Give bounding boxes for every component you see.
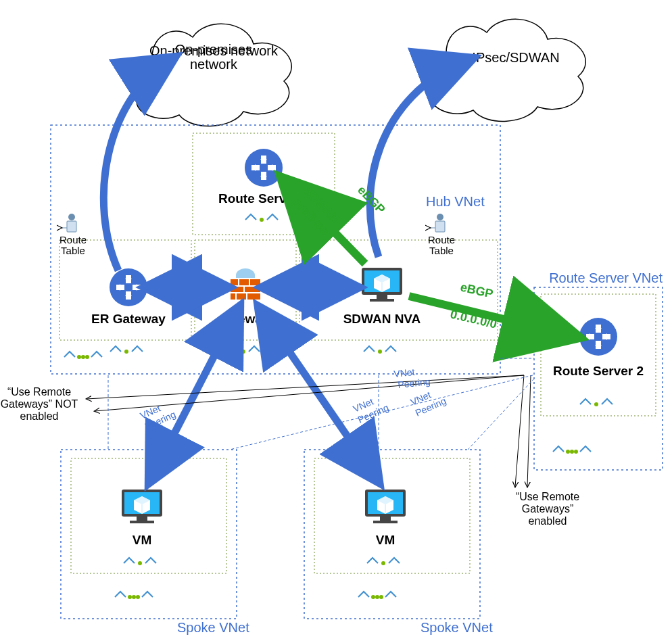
route-table-left-label2: Table xyxy=(61,245,85,256)
rs-vnet-icon xyxy=(553,446,591,454)
spoke-right-title: Spoke VNet xyxy=(421,620,493,635)
sdwan-nva-icon xyxy=(362,268,402,302)
callout-left-l2: Gateways” NOT xyxy=(1,398,78,410)
rs2-subnet-icon xyxy=(580,399,613,406)
callout-right-l2: Gateways” xyxy=(522,503,573,515)
sdwan-subnet-icon xyxy=(364,346,396,354)
vm-left-icon xyxy=(122,490,162,523)
spoke-left-subnet-icon xyxy=(124,558,156,565)
arrow-callout-right-1 xyxy=(515,375,524,487)
callout-left-l3: enabled xyxy=(20,410,59,422)
rs-vnet-title: Route Server VNet xyxy=(549,270,663,285)
er-gateway-icon xyxy=(110,268,147,306)
route-server-2-label: Route Server 2 xyxy=(553,364,644,378)
rs-vnet-box xyxy=(534,287,663,470)
route-table-left-label1: Route xyxy=(59,234,87,245)
sdwan-nva-label: SDWAN NVA xyxy=(343,312,421,326)
spoke-right-subnet-icon xyxy=(367,558,400,565)
spoke-left-vnet-icon xyxy=(115,592,153,599)
hub-vnet-icon xyxy=(64,352,102,359)
rs1-subnet-icon xyxy=(245,214,278,222)
route-table-left-icon xyxy=(62,214,76,232)
route-server-1-icon xyxy=(245,149,283,187)
callout-left-l1: “Use Remote xyxy=(7,386,71,398)
vm-right-label: VM xyxy=(376,533,395,547)
ebgp-right-label: eBGP xyxy=(459,280,494,301)
firewall-icon xyxy=(231,268,260,300)
hub-vnet-title: Hub VNet xyxy=(426,194,485,209)
firewall-subnet-icon xyxy=(227,346,260,354)
spoke-left-title: Spoke VNet xyxy=(177,620,249,635)
cloud-onprem-label-line1: On-premises xyxy=(175,42,252,57)
diagram-canvas: On-premises network On-premises network … xyxy=(0,0,672,643)
er-gateway-label: ER Gateway xyxy=(91,312,166,326)
spoke-right-vnet-icon xyxy=(358,592,396,599)
callout-right-l3: enabled xyxy=(529,515,567,527)
cloud-ipsec-label: IPsec/SDWAN xyxy=(472,50,559,65)
er-subnet-icon xyxy=(110,346,143,354)
peering-rs-spokeright xyxy=(468,379,534,450)
route-server-2-icon xyxy=(579,318,617,356)
cloud-onprem-label-line2: network xyxy=(190,57,238,72)
route-table-right-label1: Route xyxy=(428,234,455,245)
vm-left-label: VM xyxy=(133,533,152,547)
arrow-firewall-spokeright xyxy=(262,312,375,477)
vm-right-icon xyxy=(365,490,406,523)
route-table-right-icon xyxy=(430,214,445,232)
callout-right-l1: “Use Remote xyxy=(516,491,579,502)
arrow-callout-right-2 xyxy=(527,375,531,487)
route-table-right-label2: Table xyxy=(429,245,454,256)
